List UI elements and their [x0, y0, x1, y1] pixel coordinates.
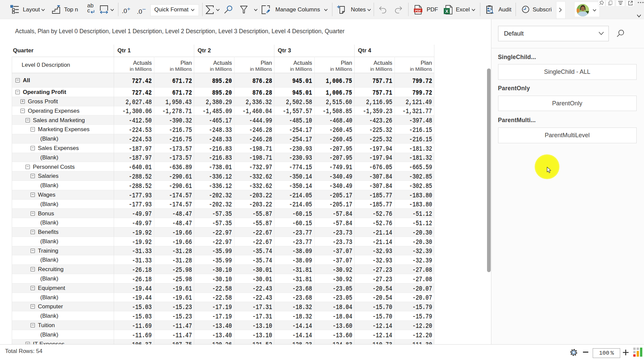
svg-text:X: X — [445, 9, 448, 14]
svg-text:PDF: PDF — [415, 9, 422, 12]
